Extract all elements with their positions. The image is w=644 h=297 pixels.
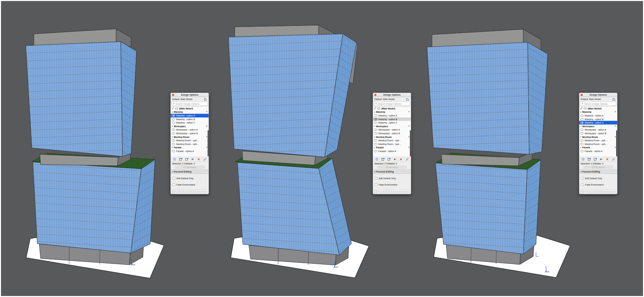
option-row[interactable]: Massing - option B	[171, 117, 209, 121]
visibility-eye-icon[interactable]	[580, 150, 584, 152]
option-row[interactable]: Meeting Room - opti...	[373, 142, 411, 146]
panel-title-bar[interactable]: Design Options	[171, 93, 209, 97]
disclosure-triangle-icon[interactable]: ▾	[580, 136, 581, 138]
default-options-icon[interactable]	[204, 97, 207, 101]
option-set-row[interactable]: ▾Meeting Room+	[579, 135, 617, 139]
delete-icon[interactable]: ✕	[605, 157, 609, 161]
visibility-eye-icon[interactable]	[580, 118, 584, 120]
edit-default-only-checkbox[interactable]	[375, 177, 377, 180]
model-viewport[interactable]	[0, 0, 644, 297]
visibility-eye-icon[interactable]	[172, 121, 175, 124]
new-option-icon[interactable]	[387, 157, 391, 161]
disclosure-triangle-icon[interactable]: ▾	[580, 125, 581, 127]
option-row[interactable]: Massing - option B	[373, 117, 411, 121]
focused-editing-header[interactable]: ▾ Focused Editing	[171, 169, 209, 174]
option-set-row[interactable]: ▾Meeting Room+	[373, 135, 411, 139]
scrollbar-thumb[interactable]	[410, 130, 411, 156]
delete-icon[interactable]: ✕	[197, 157, 201, 161]
fade-slider[interactable]	[177, 191, 207, 193]
main-model-row[interactable]: (Main Model)	[373, 107, 411, 110]
option-row[interactable]: Facade - option A	[171, 149, 209, 153]
disclosure-triangle-icon[interactable]: ▾	[580, 147, 581, 149]
disclosure-triangle-icon[interactable]: ▾	[374, 111, 375, 113]
visibility-eye-icon[interactable]	[374, 132, 377, 135]
building-view-option-c[interactable]	[427, 29, 570, 278]
search-field[interactable]: Search Design Options	[172, 102, 208, 106]
add-option-button[interactable]: +	[408, 125, 410, 128]
building-view-option-b[interactable]	[228, 25, 369, 278]
option-set-row[interactable]: ▾Facade+	[373, 146, 411, 150]
option-row[interactable]: Workspace - option B	[373, 132, 411, 135]
edit-icon[interactable]	[203, 157, 207, 161]
option-row[interactable]: Meeting Room - opti...	[579, 142, 617, 146]
visibility-eye-icon[interactable]	[374, 129, 377, 131]
default-model-row[interactable]: Default: Main Model	[373, 97, 411, 101]
visibility-eye-icon[interactable]	[172, 129, 175, 131]
add-option-button[interactable]: +	[614, 110, 616, 113]
delete-icon[interactable]: ✕	[399, 157, 403, 161]
chevron-icon[interactable]: ›	[584, 191, 585, 193]
scrollbar-thumb[interactable]	[208, 130, 209, 156]
option-set-row[interactable]: ▾Meeting Room+	[171, 135, 209, 139]
visibility-eye-icon[interactable]	[374, 139, 377, 142]
fade-slider[interactable]	[379, 191, 410, 193]
option-row[interactable]: Workspace - option B	[171, 132, 209, 135]
option-row[interactable]: Workspace - option B	[579, 132, 617, 135]
visibility-eye-icon[interactable]	[580, 114, 584, 117]
add-option-button[interactable]: +	[206, 110, 208, 113]
search-field[interactable]: Search Design Options	[580, 102, 616, 106]
option-row[interactable]: Massing - option A	[171, 114, 209, 117]
option-set-row[interactable]: ▾Workspace+	[373, 125, 411, 128]
option-set-row[interactable]: ▾Massing+	[579, 110, 617, 114]
visibility-eye-icon[interactable]	[580, 132, 584, 135]
fade-slider[interactable]	[585, 191, 616, 193]
option-set-row[interactable]: ▾Workspace+	[171, 125, 209, 128]
visibility-eye-icon[interactable]	[374, 150, 377, 152]
visibility-icon[interactable]	[581, 157, 585, 161]
default-options-icon[interactable]	[612, 97, 616, 101]
fade-environment-checkbox[interactable]	[375, 183, 377, 186]
add-option-button[interactable]: +	[408, 110, 410, 113]
add-option-button[interactable]: +	[206, 125, 208, 128]
edit-icon[interactable]	[611, 157, 615, 161]
new-option-set-icon[interactable]	[381, 157, 385, 161]
disclosure-triangle-icon[interactable]: ▾	[374, 125, 375, 127]
search-field[interactable]: Search Design Options	[374, 102, 410, 106]
visibility-eye-icon[interactable]	[374, 114, 377, 117]
visibility-eye-icon[interactable]	[172, 150, 175, 152]
edit-icon[interactable]	[405, 157, 409, 161]
option-row[interactable]: Meeting Room - opti...	[171, 139, 209, 142]
visibility-eye-icon[interactable]	[172, 139, 175, 142]
panel-title-bar[interactable]: Design Options	[373, 93, 411, 97]
new-option-set-icon[interactable]	[179, 157, 182, 161]
edit-default-only-checkbox[interactable]	[581, 177, 584, 180]
main-model-row[interactable]: (Main Model)	[579, 107, 617, 110]
building-view-option-a[interactable]	[26, 29, 164, 278]
rename-icon[interactable]: A¹	[599, 157, 603, 161]
new-option-icon[interactable]	[185, 157, 189, 161]
focused-editing-header[interactable]: ▾ Focused Editing	[579, 169, 617, 174]
add-option-button[interactable]: +	[614, 125, 616, 128]
default-model-row[interactable]: Default: Main Model	[171, 97, 209, 101]
visibility-icon[interactable]	[375, 157, 379, 161]
new-option-icon[interactable]	[593, 157, 597, 161]
disclosure-triangle-icon[interactable]: ▾	[580, 111, 581, 113]
visibility-eye-icon[interactable]	[172, 132, 175, 135]
disclosure-triangle-icon[interactable]: ▾	[172, 136, 173, 138]
panel-title-bar[interactable]: Design Options	[579, 93, 617, 97]
disclosure-triangle-icon[interactable]: ▾	[172, 111, 173, 113]
option-row[interactable]: Meeting Room - opti...	[171, 142, 209, 146]
option-row[interactable]: Massing - option A	[579, 114, 617, 117]
focused-editing-header[interactable]: ▾ Focused Editing	[373, 169, 411, 174]
visibility-eye-icon[interactable]	[172, 118, 175, 120]
visibility-eye-icon[interactable]	[374, 121, 377, 124]
visibility-eye-icon[interactable]	[374, 143, 377, 145]
rename-icon[interactable]: A¹	[393, 157, 397, 161]
visibility-eye-icon[interactable]	[580, 139, 584, 142]
rename-icon[interactable]: A¹	[191, 157, 195, 161]
main-model-row[interactable]: (Main Model)	[171, 107, 209, 110]
option-row[interactable]: Massing - option B	[579, 117, 617, 121]
default-model-row[interactable]: Default: Main Model	[579, 97, 617, 101]
disclosure-triangle-icon[interactable]: ▾	[374, 136, 375, 138]
option-set-row[interactable]: ▾Workspace+	[579, 125, 617, 128]
